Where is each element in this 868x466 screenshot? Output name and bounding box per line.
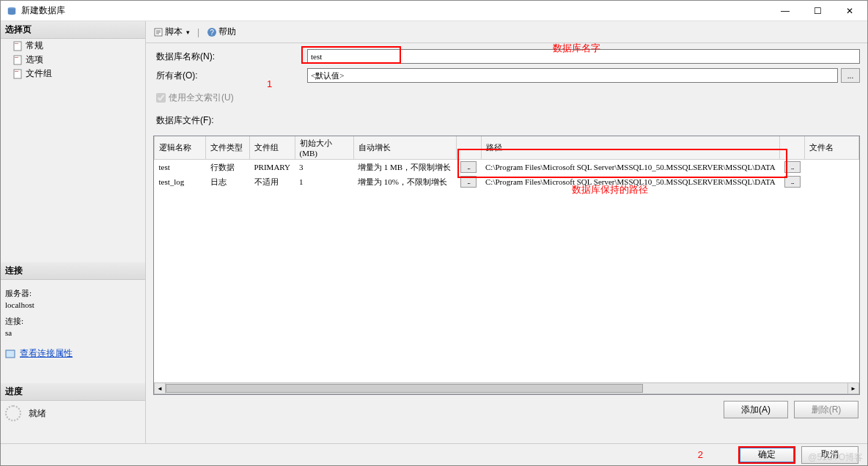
- svg-rect-4: [15, 57, 18, 58]
- col-filename[interactable]: 文件名: [805, 136, 859, 160]
- db-files-label: 数据库文件(F):: [153, 111, 860, 127]
- svg-text:?: ?: [210, 29, 214, 37]
- path-browse-button[interactable]: ...: [784, 176, 801, 188]
- horizontal-scrollbar[interactable]: ◄ ►: [154, 382, 859, 394]
- close-button[interactable]: ✕: [834, 1, 866, 21]
- remove-button: 删除(R): [794, 401, 858, 418]
- owner-input[interactable]: [307, 68, 838, 83]
- sidebar-item-filegroups[interactable]: 文件组: [1, 67, 145, 81]
- progress-status: 就绪: [29, 407, 46, 420]
- toolbar: 脚本 ▾ | ? 帮助: [146, 21, 867, 43]
- window-title: 新建数据库: [21, 4, 769, 17]
- svg-rect-6: [15, 71, 18, 72]
- help-icon: ?: [207, 27, 217, 37]
- content-area: 脚本 ▾ | ? 帮助 数据库名字 数据库名称(N): 所有者(O): ... …: [146, 21, 867, 443]
- svg-rect-3: [14, 56, 21, 64]
- page-icon: [12, 69, 23, 79]
- connection-value: sa: [5, 327, 141, 339]
- annotation-2: 2: [698, 449, 703, 460]
- connection-label: 连接:: [5, 315, 141, 327]
- sidebar-item-general[interactable]: 常规: [1, 39, 145, 53]
- svg-rect-7: [6, 350, 15, 358]
- col-file-type[interactable]: 文件类型: [206, 136, 250, 160]
- chevron-down-icon: ▾: [186, 29, 190, 36]
- table-row[interactable]: test_log 日志 不适用 1 增量为 10%，不限制增长 ... C:\P…: [155, 174, 859, 189]
- db-name-input[interactable]: [307, 49, 860, 64]
- db-name-label: 数据库名称(N):: [153, 51, 307, 63]
- progress-ring-icon: [5, 405, 21, 421]
- scroll-right-button[interactable]: ►: [847, 382, 859, 394]
- script-button[interactable]: 脚本 ▾: [150, 24, 193, 40]
- server-value: localhost: [5, 299, 141, 311]
- sidebar-item-label: 文件组: [26, 67, 52, 80]
- minimize-button[interactable]: —: [769, 1, 801, 21]
- col-path-btn: [780, 136, 805, 160]
- properties-icon: [5, 349, 15, 359]
- connection-header: 连接: [1, 262, 145, 280]
- dialog-footer: 2 确定 取消: [1, 443, 867, 465]
- fulltext-checkbox: [156, 93, 166, 103]
- owner-label: 所有者(O):: [153, 70, 307, 82]
- sidebar: 选择页 常规 选项 文件组 连接 服务器: localhost 连接: sa 查…: [1, 21, 146, 443]
- svg-rect-1: [14, 42, 21, 51]
- owner-browse-button[interactable]: ...: [841, 68, 860, 83]
- server-label: 服务器:: [5, 287, 141, 299]
- select-page-header: 选择页: [1, 21, 145, 39]
- sidebar-item-label: 常规: [26, 40, 43, 52]
- script-icon: [153, 27, 163, 37]
- col-growth-btn: [456, 136, 481, 160]
- scroll-thumb[interactable]: [166, 384, 643, 393]
- col-file-group[interactable]: 文件组: [250, 136, 295, 160]
- add-button[interactable]: 添加(A): [724, 401, 788, 418]
- path-browse-button[interactable]: ...: [784, 161, 801, 173]
- progress-header: 进度: [1, 383, 145, 401]
- page-icon: [12, 55, 23, 65]
- progress-status-row: 就绪: [1, 401, 145, 426]
- growth-browse-button[interactable]: ...: [460, 176, 477, 188]
- sidebar-item-label: 选项: [26, 53, 43, 66]
- scroll-left-button[interactable]: ◄: [154, 382, 166, 394]
- watermark: @51CTO博客: [808, 451, 863, 464]
- svg-rect-5: [14, 70, 21, 78]
- col-logical-name[interactable]: 逻辑名称: [155, 136, 206, 160]
- database-icon: [7, 6, 17, 16]
- col-path[interactable]: 路径: [481, 136, 780, 160]
- view-connection-props-link[interactable]: 查看连接属性: [20, 347, 73, 360]
- ok-button[interactable]: 确定: [738, 446, 795, 464]
- title-bar: 新建数据库 — ☐ ✕: [1, 1, 867, 21]
- table-row[interactable]: test 行数据 PRIMARY 3 增量为 1 MB，不限制增长 ... C:…: [155, 160, 859, 175]
- page-icon: [12, 41, 23, 51]
- svg-rect-2: [15, 43, 18, 44]
- maximize-button[interactable]: ☐: [801, 1, 834, 21]
- sidebar-item-options[interactable]: 选项: [1, 53, 145, 67]
- col-autogrowth[interactable]: 自动增长: [353, 136, 456, 160]
- growth-browse-button[interactable]: ...: [460, 161, 477, 173]
- col-init-size[interactable]: 初始大小(MB): [295, 136, 353, 160]
- files-grid: 逻辑名称 文件类型 文件组 初始大小(MB) 自动增长 路径 文件名 test …: [153, 136, 860, 395]
- fulltext-label: 使用全文索引(U): [169, 92, 234, 104]
- help-button[interactable]: ? 帮助: [204, 24, 239, 40]
